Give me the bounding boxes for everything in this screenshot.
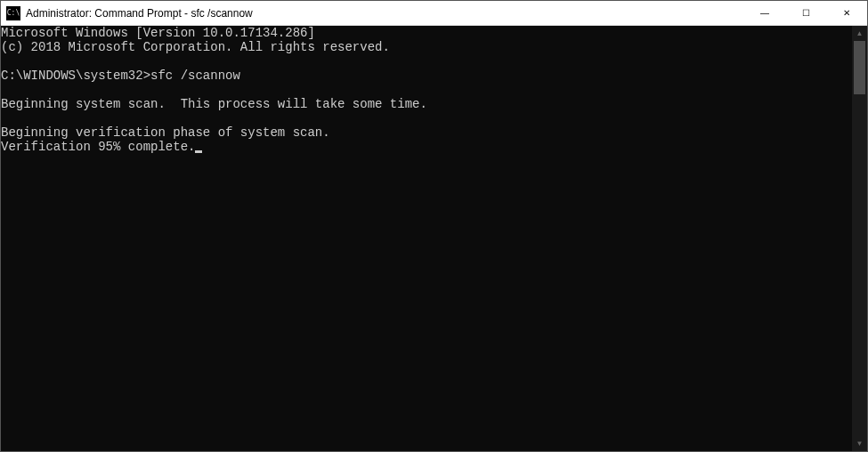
maximize-button[interactable]: ☐ [785,1,826,25]
terminal-line: Beginning verification phase of system s… [1,125,330,140]
window-title: Administrator: Command Prompt - sfc /sca… [26,7,744,20]
terminal-line: Beginning system scan. This process will… [1,97,427,111]
minimize-button[interactable]: — [744,1,785,25]
scroll-up-arrow-icon[interactable]: ▲ [852,26,867,41]
terminal-line: Microsoft Windows [Version 10.0.17134.28… [1,26,315,40]
cursor-icon [195,150,202,153]
scroll-down-arrow-icon[interactable]: ▼ [852,436,867,451]
scroll-thumb[interactable] [854,41,865,94]
terminal-area: Microsoft Windows [Version 10.0.17134.28… [1,26,867,451]
vertical-scrollbar[interactable]: ▲ ▼ [852,26,867,451]
titlebar[interactable]: C:\ Administrator: Command Prompt - sfc … [1,1,867,26]
app-icon: C:\ [6,6,20,20]
terminal-line: C:\WINDOWS\system32>sfc /scannow [1,69,240,83]
window-controls: — ☐ ✕ [744,1,867,25]
terminal-line: Verification 95% complete. [1,140,195,154]
command-prompt-window: C:\ Administrator: Command Prompt - sfc … [0,0,868,452]
scroll-track[interactable] [852,41,867,436]
terminal-output[interactable]: Microsoft Windows [Version 10.0.17134.28… [1,26,852,451]
app-icon-label: C:\ [7,10,20,17]
terminal-line: (c) 2018 Microsoft Corporation. All righ… [1,40,390,54]
close-button[interactable]: ✕ [826,1,867,25]
